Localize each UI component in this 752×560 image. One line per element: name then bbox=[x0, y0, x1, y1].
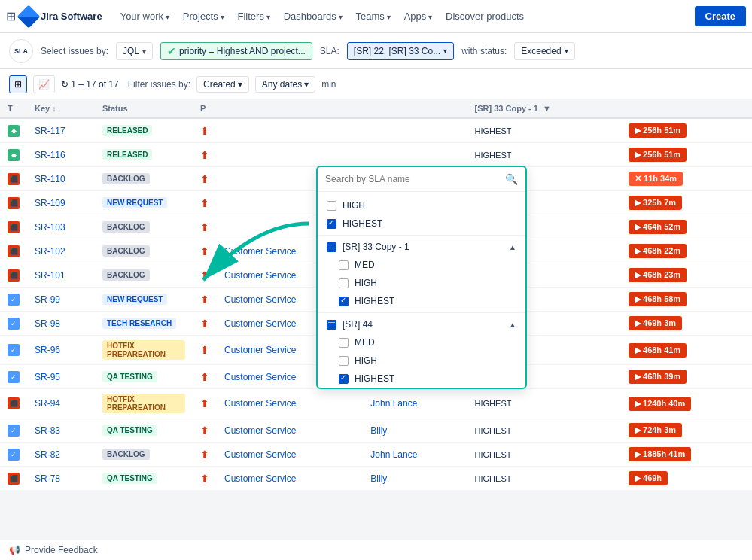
cell-priority: ⬆ bbox=[193, 191, 217, 215]
chart-view-button[interactable]: 📈 bbox=[33, 75, 55, 93]
sla-label: SLA: bbox=[320, 46, 339, 56]
issue-key-link[interactable]: SR-96 bbox=[35, 345, 60, 355]
type-icon: ⬛ bbox=[8, 397, 20, 409]
col-header-key[interactable]: Key ↓ bbox=[27, 99, 95, 118]
dropdown-item-sr33-high[interactable]: HIGH bbox=[318, 274, 525, 292]
cell-type: ⬛ bbox=[0, 215, 27, 239]
issue-key-link[interactable]: SR-99 bbox=[35, 294, 60, 305]
service-link[interactable]: Customer Service bbox=[224, 318, 296, 329]
col-header-sla[interactable]: [SR] 33 Copy - 1 ▼ bbox=[467, 99, 621, 118]
cell-priority: ⬆ bbox=[193, 443, 217, 467]
status-value-tag[interactable]: Exceeded ▾ bbox=[514, 42, 574, 60]
nav-teams[interactable]: Teams bbox=[350, 8, 397, 25]
issue-key-link[interactable]: SR-116 bbox=[35, 150, 65, 160]
dropdown-section-sr44[interactable]: [SR] 44 ▲ bbox=[318, 315, 525, 333]
issue-key-link[interactable]: SR-82 bbox=[35, 449, 60, 460]
issue-key-link[interactable]: SR-102 bbox=[35, 246, 65, 257]
checkbox-sr44-highest[interactable] bbox=[339, 374, 349, 384]
nav-filters[interactable]: Filters bbox=[232, 8, 276, 25]
cell-time: ✕ 11h 34m bbox=[621, 167, 752, 191]
service-link[interactable]: Customer Service bbox=[224, 246, 296, 257]
sla-value: HIGHEST bbox=[475, 126, 512, 135]
dropdown-item-sr33-med[interactable]: MED bbox=[318, 256, 525, 274]
sla-search-input[interactable] bbox=[325, 174, 501, 184]
checkbox-high-standalone[interactable] bbox=[327, 201, 336, 211]
nav-projects[interactable]: Projects bbox=[177, 8, 230, 25]
created-dropdown[interactable]: Created ▾ bbox=[196, 76, 249, 93]
cell-sla: HIGHEST bbox=[467, 143, 621, 167]
reporter-link[interactable]: John Lance bbox=[370, 449, 417, 460]
reporter-link[interactable]: Billy bbox=[370, 425, 387, 436]
nav-apps[interactable]: Apps bbox=[398, 8, 438, 25]
service-link[interactable]: Customer Service bbox=[224, 345, 296, 355]
reporter-link[interactable]: John Lance bbox=[370, 398, 417, 409]
issue-key-link[interactable]: SR-94 bbox=[35, 398, 60, 409]
dropdown-item-sr44-highest[interactable]: HIGHEST bbox=[318, 370, 525, 388]
nav-your-work[interactable]: Your work bbox=[114, 8, 175, 25]
type-icon: ⬛ bbox=[8, 221, 20, 233]
service-link[interactable]: Customer Service bbox=[224, 473, 296, 484]
sla-value: HIGHEST bbox=[475, 399, 512, 408]
grid-view-button[interactable]: ⊞ bbox=[9, 75, 27, 93]
grid-icon[interactable]: ⊞ bbox=[6, 9, 16, 23]
cell-reporter: Billy bbox=[363, 418, 467, 443]
nav-discover-products[interactable]: Discover products bbox=[440, 8, 530, 25]
service-link[interactable]: Customer Service bbox=[224, 398, 296, 409]
issue-key-link[interactable]: SR-78 bbox=[35, 473, 60, 484]
dropdown-item-sr44-med[interactable]: MED bbox=[318, 333, 525, 352]
create-button[interactable]: Create bbox=[695, 6, 746, 26]
cell-type: ✓ bbox=[0, 336, 27, 365]
issue-key-link[interactable]: SR-103 bbox=[35, 222, 65, 233]
type-icon: ⬛ bbox=[8, 173, 20, 185]
time-badge: ▶ 256h 51m bbox=[629, 148, 687, 162]
cell-status: RELEASED bbox=[95, 118, 193, 143]
service-link[interactable]: Customer Service bbox=[224, 372, 296, 382]
select-issues-label: Select issues by: bbox=[41, 46, 108, 56]
issue-key-link[interactable]: SR-98 bbox=[35, 318, 60, 329]
checkbox-sr33-highest[interactable] bbox=[339, 297, 349, 306]
cell-time: ▶ 1885h 41m bbox=[621, 443, 752, 467]
issue-key-link[interactable]: SR-101 bbox=[35, 270, 65, 281]
cell-reporter: Billy bbox=[363, 467, 467, 491]
checkbox-sr44-med[interactable] bbox=[339, 338, 349, 348]
checkbox-sr44-high[interactable] bbox=[339, 356, 349, 366]
dropdown-section-sr33[interactable]: [SR] 33 Copy - 1 ▲ bbox=[318, 238, 525, 256]
checkbox-sr33-med[interactable] bbox=[339, 260, 349, 270]
cell-time: ▶ 256h 51m bbox=[621, 118, 752, 143]
issue-key-link[interactable]: SR-109 bbox=[35, 198, 65, 208]
time-badge: ▶ 468h 41m bbox=[629, 343, 687, 358]
dropdown-item-sr44-high[interactable]: HIGH bbox=[318, 352, 525, 370]
jql-dropdown[interactable]: JQL bbox=[116, 42, 153, 60]
service-link[interactable]: Customer Service bbox=[224, 270, 296, 281]
issue-key-link[interactable]: SR-95 bbox=[35, 372, 60, 382]
service-link[interactable]: Customer Service bbox=[224, 425, 296, 436]
sla-value-tag[interactable]: [SR] 22, [SR] 33 Co... ▾ bbox=[347, 42, 454, 60]
priority-icon: ⬆ bbox=[200, 344, 209, 356]
checkbox-highest-standalone[interactable] bbox=[327, 219, 336, 229]
issue-key-link[interactable]: SR-117 bbox=[35, 126, 65, 136]
status-badge: NEW REQUEST bbox=[102, 197, 167, 208]
type-icon: ◆ bbox=[8, 149, 20, 161]
checkbox-sr44-section[interactable] bbox=[327, 320, 336, 330]
cell-time: ▶ 1240h 40m bbox=[621, 389, 752, 418]
service-link[interactable]: Customer Service bbox=[224, 449, 296, 460]
issue-key-link[interactable]: SR-110 bbox=[35, 174, 65, 184]
dropdown-item-highest-standalone[interactable]: HIGHEST bbox=[318, 215, 525, 233]
cell-priority: ⬆ bbox=[193, 467, 217, 491]
nav-dashboards[interactable]: Dashboards bbox=[278, 8, 349, 25]
divider-2 bbox=[318, 312, 525, 313]
dropdown-item-high-standalone[interactable]: HIGH bbox=[318, 196, 525, 215]
reporter-link[interactable]: Billy bbox=[370, 473, 387, 484]
col-header-service bbox=[217, 99, 363, 118]
cell-type: ✓ bbox=[0, 443, 27, 467]
checkbox-sr33-section[interactable] bbox=[327, 242, 336, 252]
dropdown-item-sr33-highest[interactable]: HIGHEST bbox=[318, 292, 525, 310]
logo-diamond bbox=[17, 5, 40, 28]
dates-dropdown[interactable]: Any dates ▾ bbox=[255, 76, 315, 93]
issue-key-link[interactable]: SR-83 bbox=[35, 425, 60, 436]
service-link[interactable]: Customer Service bbox=[224, 294, 296, 305]
cell-status: BACKLOG bbox=[95, 263, 193, 288]
cell-service: Customer Service bbox=[217, 467, 363, 491]
checkbox-sr33-high[interactable] bbox=[339, 278, 349, 288]
priority-icon: ⬆ bbox=[200, 245, 209, 257]
